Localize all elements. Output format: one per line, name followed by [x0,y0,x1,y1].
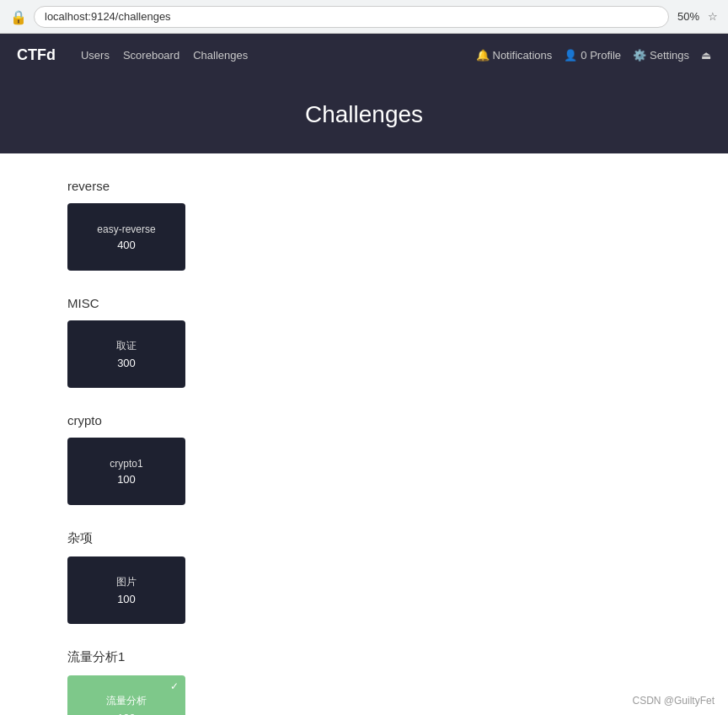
challenges-grid-2: crypto1100 [67,438,661,505]
category-title-3: 杂项 [67,530,661,546]
challenge-card-0-0[interactable]: easy-reverse400 [67,203,185,271]
profile-item[interactable]: 👤 0 Profile [564,49,621,62]
challenge-points: 100 [117,712,136,715]
bell-icon: 🔔 [476,49,490,62]
profile-label: 0 Profile [581,49,621,62]
notifications-item[interactable]: 🔔 Notifications [476,49,553,62]
challenge-name: 取证 [116,339,136,353]
scoreboard-link[interactable]: Scoreboard [123,49,179,62]
settings-item[interactable]: ⚙️ Settings [633,49,689,62]
category-section-3: 杂项图片100 [67,530,661,624]
page-title: Challenges [17,101,711,128]
category-title-2: crypto [67,413,661,427]
challenges-grid-4: ✓流量分析100 [67,675,661,715]
challenges-grid-1: 取证300 [67,320,661,388]
security-icon: 🔒 [10,9,25,24]
address-bar[interactable]: localhost:9124/challenges [34,6,669,28]
user-icon: 👤 [564,49,577,62]
url-text: localhost:9124/challenges [45,10,171,23]
settings-label: Settings [650,49,689,62]
challenge-name: crypto1 [110,458,142,470]
challenges-link[interactable]: Challenges [193,49,248,62]
challenge-name: 图片 [116,575,136,589]
category-section-0: reverseeasy-reverse400 [67,179,661,271]
page-header: Challenges [0,76,728,153]
browser-icons: 🔒 [10,9,25,24]
logout-icon: ⏏ [701,49,711,62]
challenge-name: easy-reverse [97,223,155,235]
zoom-level: 50% [677,10,699,23]
challenge-name: 流量分析 [106,694,147,708]
content: reverseeasy-reverse400MISC取证300cryptocry… [0,153,728,715]
users-link[interactable]: Users [81,49,110,62]
category-section-4: 流量分析1✓流量分析100 [67,649,661,715]
navbar: CTFd Users Scoreboard Challenges 🔔 Notif… [0,34,728,76]
challenges-grid-3: 图片100 [67,556,661,624]
challenge-card-3-0[interactable]: 图片100 [67,556,185,624]
navbar-brand[interactable]: CTFd [17,46,56,64]
category-title-0: reverse [67,179,661,193]
category-title-4: 流量分析1 [67,649,661,665]
category-section-1: MISC取证300 [67,296,661,388]
bookmark-icon[interactable]: ☆ [708,10,718,23]
challenge-card-4-0[interactable]: ✓流量分析100 [67,675,185,715]
challenge-points: 100 [117,593,136,605]
challenge-points: 100 [117,473,136,486]
challenge-card-1-0[interactable]: 取证300 [67,320,185,388]
solve-check-icon: ✓ [170,680,179,692]
browser-chrome: 🔒 localhost:9124/challenges 50% ☆ [0,0,728,34]
logout-item[interactable]: ⏏ [701,49,711,62]
challenge-card-2-0[interactable]: crypto1100 [67,438,185,505]
challenge-points: 400 [117,239,136,251]
browser-right: 50% ☆ [677,10,718,23]
gear-icon: ⚙️ [633,49,646,62]
watermark: CSDN @GuiltyFet [632,695,715,707]
challenges-grid-0: easy-reverse400 [67,203,661,271]
category-section-2: cryptocrypto1100 [67,413,661,505]
notifications-label: Notifications [493,49,553,62]
challenge-points: 300 [117,357,136,369]
nav-links: Users Scoreboard Challenges [81,49,248,62]
category-title-1: MISC [67,296,661,310]
nav-right: 🔔 Notifications 👤 0 Profile ⚙️ Settings … [476,49,712,62]
